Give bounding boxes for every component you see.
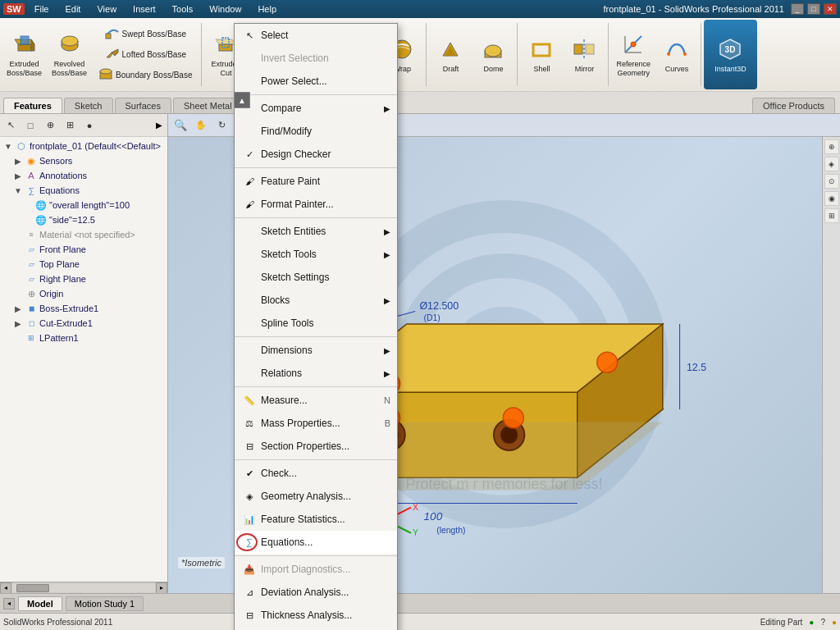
menu-sketch-tools-label: Sketch Tools: [261, 249, 317, 260]
menu-relations-label: Relations: [261, 368, 302, 379]
cm-sep3: [235, 217, 397, 218]
menu-measure[interactable]: 📏 Measure... N: [235, 389, 397, 412]
menu-spline-tools-label: Spline Tools: [261, 317, 314, 329]
menu-mass-properties-label: Mass Properties...: [261, 418, 340, 429]
menu-feature-paint-label: Feature Paint: [261, 176, 320, 187]
context-menu-overlay: ▲ ↖ Select Invert Selection Power Select…: [0, 0, 840, 630]
stats-icon: 📊: [241, 511, 258, 527]
cm-sep5: [235, 386, 397, 387]
menu-equations[interactable]: ∑ Equations...: [235, 531, 397, 554]
menu-feature-paint[interactable]: 🖌 Feature Paint: [235, 170, 397, 193]
cm-sep1: [235, 94, 397, 95]
menu-measure-label: Measure...: [261, 395, 308, 406]
menu-find-modify[interactable]: Find/Modify: [235, 120, 397, 143]
geom-icon: ◈: [241, 488, 258, 504]
cm-sep6: [235, 459, 397, 460]
menu-compare-label: Compare: [261, 103, 301, 114]
menu-invert-label: Invert Selection: [261, 52, 329, 64]
menu-thickness-analysis-label: Thickness Analysis...: [261, 609, 352, 621]
mass-icon: ⚖: [241, 415, 258, 431]
menu-geometry-analysis-label: Geometry Analysis...: [261, 491, 351, 502]
blocks-icon: [241, 292, 258, 308]
checker-icon: ✓: [241, 146, 258, 162]
menu-geometry-analysis[interactable]: ◈ Geometry Analysis...: [235, 485, 397, 508]
menu-deviation-analysis[interactable]: ⊿ Deviation Analysis...: [235, 581, 397, 604]
section-icon: ⊟: [241, 438, 258, 454]
menu-relations[interactable]: Relations ▶: [235, 362, 397, 385]
menu-blocks-label: Blocks: [261, 294, 290, 306]
sketch-entities-arrow: ▶: [384, 227, 390, 236]
menu-sketch-settings-label: Sketch Settings: [261, 272, 329, 283]
menu-import-diagnostics-label: Import Diagnostics...: [261, 564, 350, 575]
menu-design-checker-label: Design Checker: [261, 148, 331, 160]
power-select-icon: [241, 73, 258, 89]
measure-icon: 📏: [241, 392, 258, 409]
menu-invert-selection: Invert Selection: [235, 47, 397, 70]
menu-check-label: Check...: [261, 468, 297, 479]
menu-format-painter[interactable]: 🖌 Format Painter...: [235, 193, 397, 216]
deviation-icon: ⊿: [241, 584, 258, 600]
format-icon: 🖌: [241, 196, 258, 212]
menu-thickness-analysis[interactable]: ⊟ Thickness Analysis...: [235, 604, 397, 627]
relations-arrow: ▶: [384, 369, 390, 378]
menu-section-properties[interactable]: ⊟ Section Properties...: [235, 435, 397, 458]
menu-spline-tools[interactable]: Spline Tools: [235, 312, 397, 335]
menu-power-select-label: Power Select...: [261, 75, 327, 87]
menu-design-checker[interactable]: ✓ Design Checker: [235, 143, 397, 166]
menu-symmetry-check: ⊞ Symmetry Check...: [235, 627, 397, 630]
check-icon: ✔: [241, 465, 258, 482]
menu-dimensions[interactable]: Dimensions ▶: [235, 339, 397, 362]
menu-compare[interactable]: Compare ▶: [235, 97, 397, 120]
menu-format-painter-label: Format Painter...: [261, 199, 334, 210]
dimensions-icon: [241, 342, 258, 358]
menu-check[interactable]: ✔ Check...: [235, 462, 397, 485]
cursor-icon: ↖: [241, 27, 258, 43]
mass-shortcut: B: [385, 418, 390, 428]
menu-indicator[interactable]: ▲: [234, 92, 250, 108]
spline-tools-icon: [241, 315, 258, 331]
measure-shortcut: N: [384, 395, 390, 405]
menu-feature-statistics[interactable]: 📊 Feature Statistics...: [235, 508, 397, 531]
menu-deviation-analysis-label: Deviation Analysis...: [261, 587, 349, 598]
compare-arrow: ▶: [384, 104, 390, 113]
menu-select-label: Select: [261, 30, 288, 41]
sketch-settings-icon: [241, 269, 258, 285]
menu-equations-label: Equations...: [261, 536, 313, 548]
invert-icon: [241, 50, 258, 66]
menu-power-select[interactable]: Power Select...: [235, 70, 397, 93]
menu-sketch-tools[interactable]: Sketch Tools ▶: [235, 243, 397, 266]
eq-icon: ∑: [241, 534, 258, 550]
sketch-entities-icon: [241, 223, 258, 240]
menu-blocks[interactable]: Blocks ▶: [235, 289, 397, 312]
cm-sep4: [235, 336, 397, 337]
menu-section-properties-label: Section Properties...: [261, 441, 349, 452]
relations-icon: [241, 365, 258, 381]
find-modify-icon: [241, 123, 258, 139]
import-icon: 📥: [241, 561, 258, 578]
sketch-tools-arrow: ▶: [384, 250, 390, 259]
menu-import-diagnostics: 📥 Import Diagnostics...: [235, 558, 397, 581]
menu-mass-properties[interactable]: ⚖ Mass Properties... B: [235, 412, 397, 435]
menu-select[interactable]: ↖ Select: [235, 24, 397, 47]
blocks-arrow: ▶: [384, 296, 390, 305]
dimensions-arrow: ▶: [384, 346, 390, 355]
cm-sep2: [235, 167, 397, 168]
menu-dimensions-label: Dimensions: [261, 345, 313, 356]
cm-sep7: [235, 555, 397, 556]
menu-find-modify-label: Find/Modify: [261, 126, 312, 137]
paint-icon: 🖌: [241, 173, 258, 189]
menu-sketch-entities-label: Sketch Entities: [261, 226, 326, 237]
thickness-icon: ⊟: [241, 607, 258, 623]
menu-sketch-settings[interactable]: Sketch Settings: [235, 266, 397, 289]
sketch-tools-icon: [241, 246, 258, 262]
context-menu: ↖ Select Invert Selection Power Select..…: [234, 23, 398, 630]
menu-sketch-entities[interactable]: Sketch Entities ▶: [235, 220, 397, 243]
menu-feature-statistics-label: Feature Statistics...: [261, 514, 345, 525]
